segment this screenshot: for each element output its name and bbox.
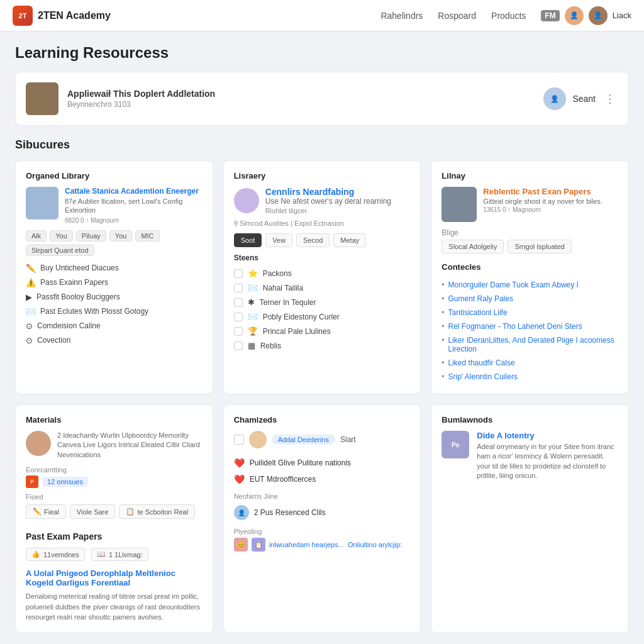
resenced-avatar: 👤 — [234, 505, 249, 520]
filter-btn-1[interactable]: Srngol Ispluated — [508, 240, 572, 253]
nav-link-rahelindrs[interactable]: Rahelindrs — [380, 11, 423, 21]
bum-title[interactable]: Dide A lotentry — [477, 431, 618, 440]
contecle-0[interactable]: • Monorguiler Dame Tuok Exam Abwey I — [441, 278, 618, 292]
more-options-button[interactable]: ⋮ — [602, 89, 618, 108]
bullet-4: • — [441, 336, 444, 345]
tag-0[interactable]: Alk — [26, 230, 47, 242]
steem-check-4[interactable] — [234, 327, 243, 336]
menu-item-4[interactable]: ⊙ Comdeision Caline — [26, 319, 203, 333]
heart-icon-0: ❤️ — [234, 458, 245, 468]
contecle-6[interactable]: • Srip' Alenntin Cuilers — [441, 370, 618, 384]
stat-item-1: 📖 1 1Livmag: — [91, 548, 148, 561]
menu-icon-2: ▶ — [26, 292, 32, 302]
chamizeds-card: Chamizeds Addal Deederins Slart ❤️ Puili… — [223, 404, 421, 633]
contecle-5[interactable]: • Liked thaudfir Calse — [441, 356, 618, 370]
blige-label: Blige — [441, 228, 618, 237]
lib-avatar — [234, 188, 259, 213]
menu-list: ✏️ Buy Unticheed Diacues ⚠️ Pass Exainn … — [26, 261, 203, 348]
steem-check-2[interactable] — [234, 298, 243, 307]
contecle-3[interactable]: • Rel Fogmaner - Tho Lahenet Deni Sters — [441, 319, 618, 333]
tab-soot[interactable]: Soot — [234, 233, 262, 247]
plyeoling-label: Plyeoling — [234, 528, 411, 535]
materials-card: Materials 2 Ideachantly Wurlin Ulpboordc… — [15, 404, 213, 633]
steem-check-3[interactable] — [234, 313, 243, 321]
ply-link-1[interactable]: Onliultino arylcjip: — [348, 541, 402, 548]
library-card: Lisraery Cennlirs Neardfabing Use Ne afe… — [223, 160, 421, 394]
steem-row-5: ▦ Reblis — [234, 338, 411, 353]
steem-icon-5: ▦ — [248, 341, 255, 350]
steem-icon-0: ⭐ — [248, 269, 258, 278]
steem-icon-2: ✱ — [248, 297, 255, 307]
tab-vew[interactable]: Vew — [265, 233, 292, 247]
contecle-2[interactable]: • Tantisicationl Liife — [441, 306, 618, 319]
filter-btn-0[interactable]: Slocal Adolgeliy — [441, 240, 504, 253]
nav-link-products[interactable]: Products — [491, 11, 526, 21]
announcement-text: Appliewaił This Doplert Addletation Beyn… — [67, 89, 535, 109]
menu-item-3[interactable]: ✉️ Past Eclutes With Plosst Gotogy — [26, 304, 203, 319]
action-btn-0[interactable]: ✏️ Fieal — [26, 504, 66, 519]
action-btn-1[interactable]: Viole Sare — [70, 504, 116, 519]
user-chip[interactable]: Addal Deederins — [272, 435, 335, 445]
neofarris-label: Neofarris Jiine — [234, 492, 411, 500]
lib-info: Cennlirs Neardfabing Use Ne afest ower's… — [265, 187, 391, 214]
bullet-6: • — [441, 372, 444, 381]
menu-icon-3: ✉️ — [26, 307, 36, 316]
lib-author: Riohlet tligcer — [265, 207, 391, 214]
steem-label-4: Princal Pale Llulines — [263, 327, 331, 336]
bum-item: Ро Dide A lotentry Adeal orrymeariy in f… — [441, 431, 618, 481]
ply-link-0[interactable]: inlwuahedam hearjeps... — [269, 541, 344, 548]
tag-3[interactable]: You — [109, 230, 133, 242]
exam-link[interactable]: A Uolal Pnigeod Derophlalp Meltlenioc Ko… — [26, 569, 203, 587]
menu-item-5[interactable]: ⊙ Covection — [26, 333, 203, 348]
menu-item-0[interactable]: ✏️ Buy Unticheed Diacues — [26, 261, 203, 275]
tag-1[interactable]: You — [50, 230, 73, 242]
steem-check-5[interactable] — [234, 341, 243, 350]
menu-item-2[interactable]: ▶ Passfit Booloy Buciggers — [26, 290, 203, 304]
past-exam-section: Past Exam Papers 👍 11vemdnes 📖 1 1Livmag… — [26, 531, 203, 623]
menu-label-4: Comdeision Caline — [37, 321, 101, 330]
lil-title[interactable]: Reblentic Past Exan Papers — [483, 187, 602, 196]
steem-row-0: ⭐ Packons — [234, 266, 411, 280]
menu-item-1[interactable]: ⚠️ Pass Exainn Papers — [26, 275, 203, 290]
contecle-text-5: Liked thaudfir Calse — [448, 358, 515, 367]
three-col-grid-bottom: Materials 2 Ideachantly Wurlin Ulpboordc… — [15, 404, 629, 633]
steem-icon-3: ✉️ — [248, 312, 258, 321]
lil-meta: 13615 0 ↑ Magnourn — [483, 206, 602, 213]
steem-check-1[interactable] — [234, 284, 243, 292]
contecle-text-0: Monorguiler Dame Tuok Exam Abwey I — [448, 280, 579, 289]
action-btn-2[interactable]: 📋 te Scboiton Real — [119, 504, 195, 519]
steens-label: Steens — [234, 253, 411, 262]
tag-5[interactable]: Strpart Quant etod — [26, 245, 94, 256]
course-img — [26, 187, 58, 219]
brand-name: 2TEN Academy — [38, 10, 111, 21]
lib-course-title[interactable]: Cennlirs Neardfabing — [265, 187, 391, 197]
lil-desc: Gitteal oirgle shost it ay nover for bil… — [483, 197, 602, 205]
steem-check-0[interactable] — [234, 269, 243, 278]
course-title[interactable]: Cattale Stanica Academtion Eneerger — [65, 187, 203, 196]
tag-2[interactable]: Piluay — [76, 230, 106, 242]
tag-4[interactable]: MIC — [135, 230, 159, 242]
chamizeds-avatar — [249, 431, 267, 448]
nav-link-rospoard[interactable]: Rospoard — [438, 11, 476, 21]
bumlawnods-title: Bumlawnods — [441, 415, 618, 425]
avatar-2: 👤 — [589, 6, 608, 25]
organed-course-item: Cattale Stanica Academtion Eneerger 87e … — [26, 187, 203, 224]
chamizeds-title: Chamizeds — [234, 415, 411, 425]
action-btns: ✏️ Fieal Viole Sare 📋 te Scboiton Real — [26, 504, 203, 519]
bum-img: Ро — [441, 431, 469, 458]
menu-label-0: Buy Unticheed Diacues — [40, 264, 119, 272]
bum-info: Dide A lotentry Adeal orrymeariy in for … — [477, 431, 618, 481]
tab-secod[interactable]: Secod — [296, 233, 330, 247]
course-desc: 87e Aublier llication, sert Lowl's Confi… — [65, 197, 203, 215]
chamizeds-check[interactable] — [234, 435, 244, 445]
lil-info: Reblentic Past Exan Papers Gitteal oirgl… — [483, 187, 602, 222]
lil-img — [441, 187, 477, 222]
steem-row-4: 🏆 Princal Pale Llulines — [234, 324, 411, 338]
contecle-1[interactable]: • Gument Raly Pales — [441, 292, 618, 306]
exam-desc: Denaloing meterical realing of tiitnle o… — [26, 591, 203, 623]
tab-metay[interactable]: Metay — [333, 233, 366, 247]
lilnay-filters: Slocal Adolgeliy Srngol Ispluated — [441, 240, 618, 253]
menu-label-2: Passfit Booloy Buciggers — [36, 292, 120, 301]
navbar: 2T 2TEN Academy Rahelindrs Rospoard Prod… — [0, 0, 644, 31]
contecle-4[interactable]: • Liker lDeranLiittes, And Derated Piige… — [441, 333, 618, 356]
